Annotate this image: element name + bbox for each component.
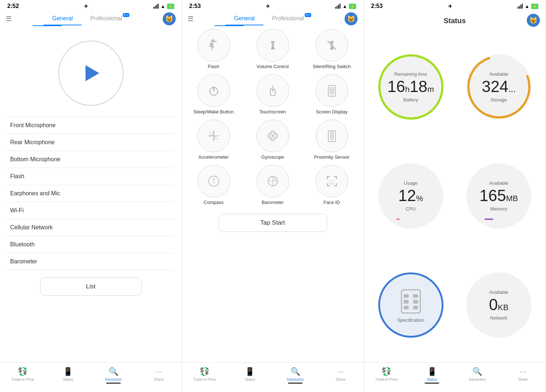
spec-subtitle: Specification — [397, 317, 424, 323]
list-item[interactable]: Front Microphone — [7, 117, 174, 134]
tab-status-1[interactable]: 📱 Status — [45, 366, 91, 381]
tab-share-1[interactable]: ··· Share — [136, 366, 182, 381]
compass-cell[interactable]: Compass — [186, 165, 241, 206]
status-label-2: Status — [245, 378, 255, 381]
avatar-1[interactable]: 😺 — [163, 12, 176, 25]
avatar-2[interactable]: 😺 — [345, 12, 358, 25]
tab-general-1[interactable]: General — [43, 12, 82, 25]
status-bar-3: 2:53 ✈ ▲ ⚡ — [364, 0, 546, 11]
tab-interaction-2[interactable]: 🔍 Interaction — [273, 366, 318, 384]
status-icon-2: 📱 — [245, 367, 255, 376]
svg-marker-17 — [213, 131, 215, 133]
tab-professional-2[interactable]: Professional Pro — [263, 12, 313, 25]
screen-icon — [325, 83, 339, 98]
spec-icon — [396, 287, 425, 316]
svg-point-35 — [272, 180, 274, 182]
panel3-title: Status — [443, 14, 466, 26]
tab-status-3[interactable]: 📱 Status — [409, 366, 455, 384]
panel3-header-row: Status 😺 — [364, 11, 546, 29]
cpu-title: Usage — [404, 180, 418, 186]
list-item[interactable]: Rear Microphone — [7, 134, 174, 151]
hamburger-2[interactable]: ☰ — [188, 15, 193, 23]
network-title: Available — [489, 289, 508, 295]
tab-tradein-3[interactable]: 💱 Trade-in Price — [364, 366, 409, 381]
svg-rect-53 — [404, 306, 409, 309]
cpu-subtitle: CPU — [406, 206, 416, 212]
flash-label: Flash — [208, 64, 220, 70]
network-circle: Available 0 KB Network — [466, 272, 532, 338]
gyro-cell[interactable]: Gyroscope — [245, 120, 300, 160]
screen-cell[interactable]: Screen Display — [304, 74, 359, 115]
tab-indicator-3 — [425, 383, 439, 384]
location-icon-1: ✈ — [84, 4, 88, 9]
nav-tabs-2: General Professional Pro — [193, 12, 345, 25]
wifi-icon-3: ▲ — [525, 4, 529, 9]
tab-share-2[interactable]: ··· Share — [318, 366, 363, 381]
svg-rect-27 — [333, 131, 334, 132]
interaction-label-2: Interaction — [287, 378, 304, 381]
list-button[interactable]: List — [40, 278, 142, 296]
tab-professional-1[interactable]: Professional Pro — [82, 12, 131, 25]
hamburger-1[interactable]: ☰ — [6, 15, 12, 23]
tab-tradein-1[interactable]: 💱 Trade-in Price — [0, 366, 45, 381]
baro-cell[interactable]: Barometer — [245, 165, 300, 206]
tradein-label-2: Trade-in Price — [193, 378, 216, 381]
svg-rect-50 — [413, 294, 418, 298]
network-value: 0 KB — [489, 296, 509, 314]
power-icon — [207, 83, 221, 98]
share-icon-3: ··· — [520, 367, 526, 376]
battery-icon-3: ⚡ — [531, 4, 538, 9]
status-icons-2: ▲ ⚡ — [335, 4, 356, 9]
screen-circle — [316, 74, 348, 107]
power-cell[interactable]: Sleep/Wake Button — [186, 74, 241, 115]
tradein-icon-1: 💱 — [18, 367, 28, 376]
tab-interaction-1[interactable]: 🔍 Interaction — [91, 366, 136, 384]
volume-cell[interactable]: Volume Control — [245, 29, 300, 70]
memory-bar-fill — [484, 218, 493, 220]
memory-bar — [484, 218, 513, 220]
list-item[interactable]: Wi-Fi — [7, 202, 174, 219]
list-item[interactable]: Cellular Network — [7, 219, 174, 236]
list-item[interactable]: Bottom Microphone — [7, 151, 174, 168]
tab-status-2[interactable]: 📱 Status — [227, 366, 272, 381]
tab-general-2[interactable]: General — [225, 12, 263, 25]
accel-cell[interactable]: Accelerometer — [186, 120, 241, 160]
signal-2 — [335, 4, 341, 9]
list-item[interactable]: Flash — [7, 168, 174, 185]
tab-share-3[interactable]: ··· Share — [500, 366, 546, 381]
network-wrap: Available 0 KB Network — [458, 253, 540, 356]
time-3: 2:53 — [371, 3, 383, 9]
svg-rect-52 — [413, 300, 418, 304]
faceid-cell[interactable]: Face ID — [304, 165, 359, 206]
svg-point-13 — [331, 95, 332, 96]
svg-rect-1 — [211, 41, 217, 42]
list-item[interactable]: Earphones and Mic — [7, 185, 174, 202]
accel-circle — [197, 120, 230, 152]
play-circle[interactable] — [58, 41, 124, 106]
list-item[interactable]: Barometer — [7, 253, 174, 270]
baro-circle — [257, 165, 289, 197]
status-label-3: Status — [427, 378, 437, 381]
location-icon-3: ✈ — [448, 4, 452, 9]
share-label-3: Share — [518, 378, 528, 381]
svg-point-44 — [329, 180, 330, 181]
flash-cell[interactable]: Flash — [186, 29, 241, 70]
gyro-label: Gyroscope — [261, 154, 284, 160]
svg-rect-43 — [336, 183, 337, 186]
svg-marker-18 — [213, 139, 215, 141]
tap-start-button[interactable]: Tap Start — [218, 214, 327, 232]
svg-rect-12 — [329, 87, 334, 94]
signal-3 — [517, 4, 523, 9]
touch-cell[interactable]: Touchscreen — [245, 74, 300, 115]
cpu-wrap: Usage 12 % CPU — [370, 144, 452, 247]
tab-tradein-2[interactable]: 💱 Trade-in Price — [182, 366, 227, 381]
list-item[interactable]: Bluetooth — [7, 236, 174, 253]
storage-ring-svg — [466, 54, 532, 120]
svg-point-47 — [468, 57, 529, 117]
avatar-3[interactable]: 😺 — [527, 14, 540, 27]
proximity-cell[interactable]: Proximity Sensor — [304, 120, 359, 160]
tab-interaction-3[interactable]: 🔍 Interaction — [455, 366, 500, 381]
panel2-content: Flash Volume Control — [182, 26, 363, 362]
memory-title: Available — [489, 180, 508, 186]
switch-cell[interactable]: Silent/Ring Switch — [304, 29, 359, 70]
